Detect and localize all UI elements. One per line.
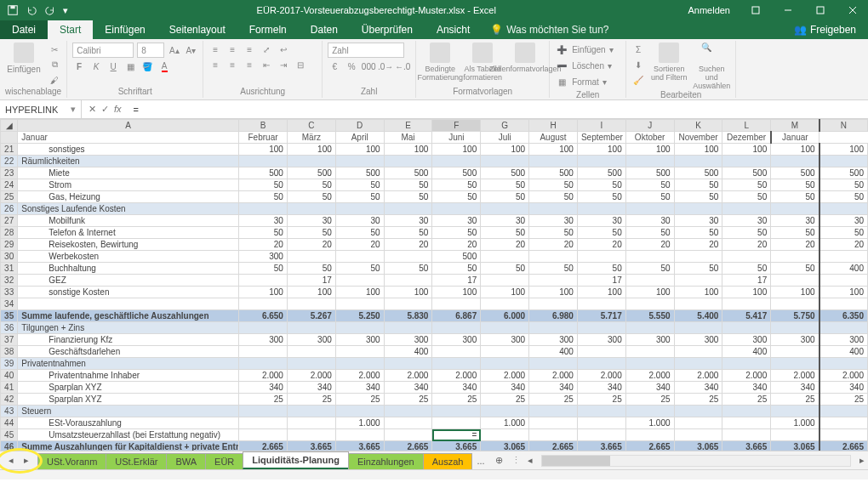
fx-icon[interactable]: fx: [114, 104, 122, 115]
sheet-tab[interactable]: Einzahlungen: [348, 453, 424, 469]
row-label[interactable]: Räumlichkeiten: [18, 156, 239, 167]
column-header[interactable]: G: [481, 120, 529, 132]
cell[interactable]: 6.650: [239, 310, 288, 322]
cell[interactable]: 300: [335, 334, 384, 346]
cell[interactable]: [625, 203, 674, 215]
cell[interactable]: 340: [819, 382, 868, 394]
cell[interactable]: [287, 417, 335, 429]
fill-color-icon[interactable]: 🪣: [140, 60, 154, 73]
cell[interactable]: 1.000: [481, 417, 529, 429]
cell[interactable]: [239, 275, 288, 287]
cell[interactable]: [432, 358, 481, 370]
cell[interactable]: 20: [481, 239, 529, 251]
cell[interactable]: 2.665: [625, 441, 674, 451]
sort-filter-button[interactable]: Sortieren und Filtern: [650, 43, 688, 82]
cell[interactable]: 500: [722, 167, 771, 179]
cell[interactable]: 25: [577, 394, 625, 406]
align-left-icon[interactable]: ≡: [208, 58, 222, 71]
row-label[interactable]: Telefon & Internet: [18, 227, 239, 239]
cell[interactable]: 5.717: [577, 310, 625, 322]
orientation-icon[interactable]: ⤢: [260, 43, 273, 56]
align-center-icon[interactable]: ≡: [226, 58, 239, 71]
cell[interactable]: 100: [674, 287, 722, 298]
cell[interactable]: 3.065: [771, 441, 819, 451]
row-label[interactable]: Privatentnahme Inhaber: [18, 370, 239, 382]
cell[interactable]: =: [432, 429, 481, 441]
minimize-icon[interactable]: [773, 0, 803, 20]
cell[interactable]: 340: [384, 382, 432, 394]
cell[interactable]: [771, 203, 819, 215]
row-label[interactable]: Geschäftsdarlehen: [18, 346, 239, 358]
cell[interactable]: 50: [287, 179, 335, 191]
cell[interactable]: [771, 429, 819, 441]
cell[interactable]: 30: [239, 215, 288, 227]
row-label[interactable]: Werbekosten: [18, 251, 239, 263]
cell[interactable]: [384, 156, 432, 167]
name-box[interactable]: HYPERLINK▾: [0, 100, 82, 118]
cell[interactable]: 20: [722, 239, 771, 251]
cell[interactable]: [722, 298, 771, 310]
tab-start[interactable]: Start: [48, 20, 93, 39]
cell[interactable]: 340: [335, 382, 384, 394]
percent-icon[interactable]: %: [345, 60, 358, 73]
cell[interactable]: 300: [239, 251, 288, 263]
cell[interactable]: 30: [287, 215, 335, 227]
cell[interactable]: [529, 298, 578, 310]
italic-icon[interactable]: K: [89, 60, 103, 73]
cell[interactable]: 50: [722, 263, 771, 275]
number-format-select[interactable]: [328, 43, 404, 58]
cell[interactable]: 300: [771, 334, 819, 346]
formula-input[interactable]: =: [128, 105, 868, 115]
cell[interactable]: [722, 417, 771, 429]
column-header[interactable]: A: [18, 120, 239, 132]
decrease-font-icon[interactable]: A▾: [185, 43, 198, 57]
row-label[interactable]: Strom: [18, 179, 239, 191]
row-header[interactable]: 46: [1, 441, 18, 451]
row-header[interactable]: 32: [1, 275, 18, 287]
cell[interactable]: 1.000: [335, 417, 384, 429]
column-header[interactable]: D: [335, 120, 384, 132]
cell[interactable]: 50: [529, 227, 578, 239]
cell[interactable]: 50: [384, 191, 432, 203]
cell[interactable]: 500: [771, 167, 819, 179]
align-right-icon[interactable]: ≡: [243, 58, 256, 71]
cell[interactable]: 50: [577, 179, 625, 191]
cell[interactable]: 100: [239, 144, 288, 156]
cell[interactable]: [625, 358, 674, 370]
row-header[interactable]: 35: [1, 310, 18, 322]
cell[interactable]: 25: [722, 394, 771, 406]
cell[interactable]: [287, 251, 335, 263]
cell[interactable]: 50: [335, 263, 384, 275]
align-top-icon[interactable]: ≡: [208, 43, 222, 56]
cell[interactable]: 100: [287, 144, 335, 156]
tab-einfuegen[interactable]: Einfügen: [93, 20, 157, 39]
wrap-text-icon[interactable]: ↩: [277, 43, 290, 56]
cell[interactable]: [335, 156, 384, 167]
cell[interactable]: [819, 251, 868, 263]
cell[interactable]: 20: [335, 239, 384, 251]
cell[interactable]: [577, 298, 625, 310]
cell[interactable]: 50: [287, 227, 335, 239]
row-header[interactable]: 31: [1, 263, 18, 275]
cell[interactable]: 20: [239, 239, 288, 251]
cell[interactable]: [577, 429, 625, 441]
cell[interactable]: 5.267: [287, 310, 335, 322]
column-header[interactable]: B: [239, 120, 288, 132]
cell[interactable]: 2.665: [819, 441, 868, 451]
tab-daten[interactable]: Daten: [299, 20, 350, 39]
redo-icon[interactable]: [44, 4, 56, 16]
column-header[interactable]: L: [722, 120, 771, 132]
cell[interactable]: 300: [819, 334, 868, 346]
column-header[interactable]: K: [674, 120, 722, 132]
cell[interactable]: 100: [384, 144, 432, 156]
cell[interactable]: 100: [432, 144, 481, 156]
cell[interactable]: 100: [577, 287, 625, 298]
cell[interactable]: 25: [481, 394, 529, 406]
row-header[interactable]: 42: [1, 394, 18, 406]
cell[interactable]: 300: [287, 334, 335, 346]
cell[interactable]: [287, 298, 335, 310]
cell[interactable]: 100: [335, 287, 384, 298]
column-header[interactable]: F: [432, 120, 481, 132]
cell[interactable]: 2.000: [819, 370, 868, 382]
cell[interactable]: [625, 156, 674, 167]
